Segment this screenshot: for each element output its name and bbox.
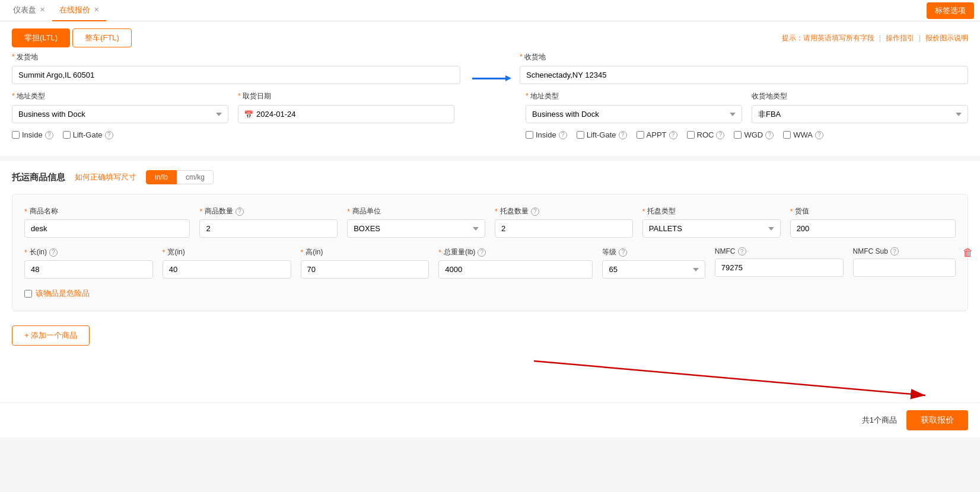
hazmat-row: 该物品是危险品 [24, 288, 956, 299]
unit-select[interactable]: BOXES PALLETS CRATES PIECES [347, 219, 485, 238]
nmfc-sub-help[interactable]: ? [890, 247, 899, 255]
origin-label: * 发货地 [12, 52, 460, 62]
dest-appt-help[interactable]: ? [669, 131, 677, 139]
nmfc-input[interactable] [715, 258, 844, 277]
unit-label: * 商品单位 [347, 206, 485, 216]
tab-online-quote-label: 在线报价 [59, 5, 90, 15]
length-help[interactable]: ? [49, 248, 58, 257]
nmfc-field: NMFC ? [715, 247, 844, 277]
origin-address-type-label: * 地址类型 [12, 91, 228, 101]
height-field: * 高(in) [301, 247, 429, 279]
dest-wgd-help[interactable]: ? [765, 131, 774, 139]
origin-input[interactable] [12, 66, 460, 84]
unit-tab-inlb[interactable]: in/lb [146, 170, 177, 184]
dest-appt-checkbox[interactable] [637, 131, 644, 139]
destination-input[interactable] [520, 66, 968, 84]
tab-online-quote[interactable]: 在线报价 ✕ [52, 0, 106, 21]
origin-liftgate-help[interactable]: ? [105, 131, 113, 139]
origin-liftgate-checkbox[interactable] [63, 131, 71, 139]
quantity-input[interactable] [199, 219, 338, 238]
delete-item-button[interactable]: 🗑 [963, 247, 973, 259]
cargo-value-input[interactable] [790, 219, 956, 238]
dest-roc-checkbox[interactable] [687, 131, 695, 139]
destination-details: * 地址类型 Business with Dock Business witho… [526, 91, 968, 123]
tab-online-quote-close[interactable]: ✕ [94, 6, 99, 14]
destination-address-type-select[interactable]: Business with Dock Business without Dock… [526, 105, 742, 123]
destination-label: * 收货地 [520, 52, 968, 62]
quantity-field: * 商品数量 ? [199, 206, 338, 238]
weight-label: * 总重量(lb) ? [438, 247, 593, 257]
top-controls: 零担(LTL) 整车(FTL) 提示：请用英语填写所有字段 | 操作指引 | 报… [0, 21, 980, 52]
grade-label: 等级 ? [602, 247, 705, 257]
origin-inside-checkbox[interactable] [12, 131, 20, 139]
hint-area: 提示：请用英语填写所有字段 | 操作指引 | 报价图示说明 [782, 33, 968, 43]
weight-input[interactable] [438, 260, 593, 279]
dest-wgd-checkbox[interactable] [734, 131, 742, 139]
width-field: * 宽(in) [163, 247, 291, 279]
length-field: * 长(in) ? [24, 247, 153, 279]
location-row: * 发货地 * 收货地 [12, 52, 968, 84]
get-quote-button[interactable]: 获取报价 [906, 410, 968, 430]
add-item-button[interactable]: + 添加一个商品 [12, 325, 90, 346]
origin-section: * 发货地 [12, 52, 460, 84]
pallet-type-field: * 托盘类型 PALLETS SKIDS CRATES [642, 206, 781, 238]
hint-link-guide[interactable]: 操作指引 [886, 33, 914, 43]
pallet-count-label: * 托盘数量 ? [495, 206, 633, 216]
nmfc-label: NMFC ? [715, 247, 844, 255]
cargo-header: 托运商品信息 如何正确填写尺寸 in/lb cm/kg [12, 170, 968, 184]
cargo-section: 托运商品信息 如何正确填写尺寸 in/lb cm/kg * 商品名称 [0, 161, 980, 355]
how-to-fill-link[interactable]: 如何正确填写尺寸 [75, 172, 136, 183]
quantity-label: * 商品数量 ? [199, 206, 338, 216]
cargo-value-field: * 货值 [790, 206, 956, 238]
grade-select[interactable]: 505560 657077.5 8592.5100 110125150 1752… [602, 260, 705, 279]
hazmat-label[interactable]: 该物品是危险品 [24, 288, 90, 299]
height-input[interactable] [301, 260, 429, 279]
pickup-date-label: * 取货日期 [238, 91, 454, 101]
item-card-0: * 商品名称 * 商品数量 ? * 商品单位 [12, 194, 968, 311]
dest-roc-label: ROC [697, 130, 714, 139]
address-type-row: * 地址类型 Business with Dock Business witho… [12, 91, 968, 123]
width-input[interactable] [163, 260, 291, 279]
main-content: 零担(LTL) 整车(FTL) 提示：请用英语填写所有字段 | 操作指引 | 报… [0, 21, 980, 437]
origin-inside-item: Inside ? [12, 130, 53, 139]
nmfc-sub-label: NMFC Sub ? [853, 247, 956, 255]
grade-help[interactable]: ? [619, 248, 627, 257]
origin-checkboxes: Inside ? Lift-Gate ? [12, 126, 454, 144]
destination-type-label: 收货地类型 [752, 91, 968, 101]
origin-address-type-select[interactable]: Business with Dock Business without Dock… [12, 105, 228, 123]
dest-inside-checkbox[interactable] [526, 131, 533, 139]
destination-section: * 收货地 [520, 52, 968, 84]
pallet-type-select[interactable]: PALLETS SKIDS CRATES [642, 219, 781, 238]
unit-tab-cmkg[interactable]: cm/kg [177, 170, 214, 184]
pickup-date-input[interactable] [238, 105, 454, 123]
tag-options-button[interactable]: 标签选项 [927, 2, 974, 19]
dest-inside-help[interactable]: ? [559, 131, 567, 139]
nmfc-sub-field: NMFC Sub ? [853, 247, 956, 277]
destination-type-select[interactable]: 非FBA FBA [752, 105, 968, 123]
mode-tab-ltl[interactable]: 零担(LTL) [12, 28, 70, 47]
weight-help[interactable]: ? [478, 248, 486, 257]
tab-dashboard[interactable]: 仪表盘 ✕ [6, 0, 52, 21]
tab-dashboard-close[interactable]: ✕ [40, 6, 45, 14]
quantity-help[interactable]: ? [236, 207, 244, 216]
dest-liftgate-checkbox[interactable] [577, 131, 584, 139]
product-name-input[interactable] [24, 219, 190, 238]
item-row-1: * 商品名称 * 商品数量 ? * 商品单位 [24, 206, 956, 238]
hazmat-checkbox[interactable] [24, 290, 32, 298]
pallet-count-input[interactable] [495, 219, 633, 238]
mode-tab-ftl[interactable]: 整车(FTL) [72, 28, 132, 47]
dest-roc-help[interactable]: ? [716, 131, 724, 139]
bottom-bar: 共1个商品 获取报价 [0, 402, 980, 437]
arrow-area [0, 355, 980, 402]
dest-liftgate-help[interactable]: ? [619, 131, 627, 139]
unit-field: * 商品单位 BOXES PALLETS CRATES PIECES [347, 206, 485, 238]
origin-inside-help[interactable]: ? [45, 131, 53, 139]
dest-wwa-help[interactable]: ? [815, 131, 823, 139]
dest-wwa-checkbox[interactable] [783, 131, 791, 139]
nmfc-help[interactable]: ? [738, 247, 746, 255]
pallet-count-help[interactable]: ? [531, 207, 539, 216]
hint-link-diagram[interactable]: 报价图示说明 [925, 33, 968, 43]
nmfc-sub-input[interactable] [853, 258, 956, 277]
length-label: * 长(in) ? [24, 247, 153, 257]
length-input[interactable] [24, 260, 153, 279]
